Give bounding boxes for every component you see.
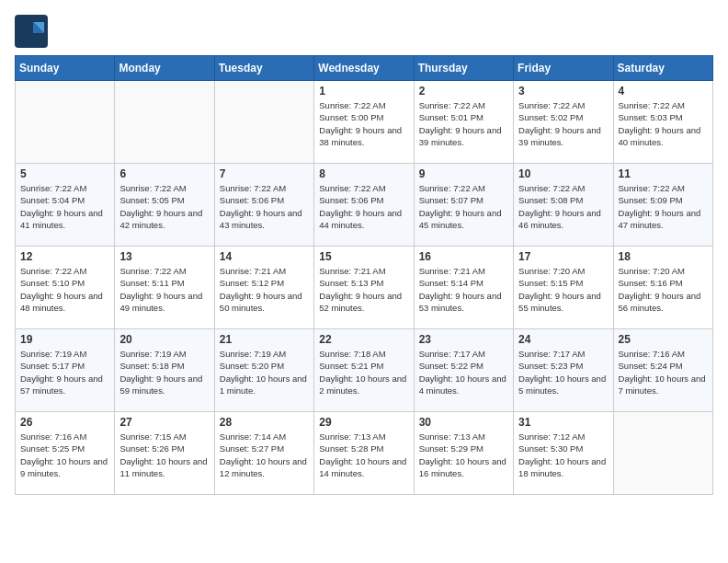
logo: [15, 15, 48, 44]
calendar-cell: 2Sunrise: 7:22 AM Sunset: 5:01 PM Daylig…: [414, 81, 513, 164]
day-number: 14: [220, 250, 309, 263]
calendar-cell: 21Sunrise: 7:19 AM Sunset: 5:20 PM Dayli…: [214, 329, 313, 412]
calendar-cell: 22Sunrise: 7:18 AM Sunset: 5:21 PM Dayli…: [314, 329, 414, 412]
day-info: Sunrise: 7:16 AM Sunset: 5:25 PM Dayligh…: [20, 431, 109, 479]
calendar-header-tuesday: Tuesday: [214, 56, 313, 81]
day-info: Sunrise: 7:22 AM Sunset: 5:07 PM Dayligh…: [419, 182, 508, 231]
day-number: 16: [419, 250, 508, 263]
calendar-header-thursday: Thursday: [414, 56, 513, 81]
calendar-header-wednesday: Wednesday: [314, 56, 414, 81]
day-info: Sunrise: 7:14 AM Sunset: 5:27 PM Dayligh…: [220, 431, 309, 479]
calendar-week-row: 19Sunrise: 7:19 AM Sunset: 5:17 PM Dayli…: [16, 329, 713, 412]
calendar-header-row: SundayMondayTuesdayWednesdayThursdayFrid…: [16, 56, 713, 81]
day-info: Sunrise: 7:12 AM Sunset: 5:30 PM Dayligh…: [518, 431, 608, 479]
calendar-cell: 17Sunrise: 7:20 AM Sunset: 5:15 PM Dayli…: [514, 247, 613, 329]
day-number: 26: [20, 416, 109, 429]
day-info: Sunrise: 7:21 AM Sunset: 5:13 PM Dayligh…: [319, 265, 408, 314]
day-number: 5: [20, 167, 109, 180]
day-number: 11: [619, 167, 708, 180]
calendar-cell: 9Sunrise: 7:22 AM Sunset: 5:07 PM Daylig…: [414, 164, 513, 247]
day-info: Sunrise: 7:22 AM Sunset: 5:01 PM Dayligh…: [419, 99, 508, 148]
day-info: Sunrise: 7:19 AM Sunset: 5:18 PM Dayligh…: [119, 348, 209, 396]
day-number: 28: [220, 416, 309, 429]
day-number: 30: [419, 416, 508, 429]
day-info: Sunrise: 7:21 AM Sunset: 5:12 PM Dayligh…: [220, 265, 309, 314]
day-number: 24: [518, 333, 608, 346]
calendar-cell: 27Sunrise: 7:15 AM Sunset: 5:26 PM Dayli…: [115, 412, 214, 495]
day-info: Sunrise: 7:13 AM Sunset: 5:29 PM Dayligh…: [419, 431, 508, 479]
day-number: 13: [119, 250, 209, 263]
day-number: 7: [220, 167, 309, 180]
day-number: 25: [619, 333, 708, 346]
day-info: Sunrise: 7:22 AM Sunset: 5:05 PM Dayligh…: [119, 182, 209, 231]
day-number: 29: [319, 416, 408, 429]
day-info: Sunrise: 7:13 AM Sunset: 5:28 PM Dayligh…: [319, 431, 408, 479]
calendar-week-row: 5Sunrise: 7:22 AM Sunset: 5:04 PM Daylig…: [16, 164, 713, 247]
calendar-cell: 7Sunrise: 7:22 AM Sunset: 5:06 PM Daylig…: [214, 164, 313, 247]
day-number: 8: [319, 167, 408, 180]
calendar-cell: 24Sunrise: 7:17 AM Sunset: 5:23 PM Dayli…: [514, 329, 613, 412]
calendar-header-monday: Monday: [115, 56, 214, 81]
calendar-cell: 26Sunrise: 7:16 AM Sunset: 5:25 PM Dayli…: [16, 412, 115, 495]
day-info: Sunrise: 7:15 AM Sunset: 5:26 PM Dayligh…: [119, 431, 209, 479]
calendar-header-saturday: Saturday: [613, 56, 712, 81]
calendar-cell: 8Sunrise: 7:22 AM Sunset: 5:06 PM Daylig…: [314, 164, 414, 247]
calendar-cell: [115, 81, 214, 164]
calendar-cell: 19Sunrise: 7:19 AM Sunset: 5:17 PM Dayli…: [16, 329, 115, 412]
day-info: Sunrise: 7:22 AM Sunset: 5:00 PM Dayligh…: [319, 99, 408, 148]
calendar-cell: 10Sunrise: 7:22 AM Sunset: 5:08 PM Dayli…: [514, 164, 613, 247]
day-number: 23: [419, 333, 508, 346]
day-number: 6: [119, 167, 209, 180]
day-info: Sunrise: 7:20 AM Sunset: 5:16 PM Dayligh…: [619, 265, 708, 314]
calendar-cell: 20Sunrise: 7:19 AM Sunset: 5:18 PM Dayli…: [115, 329, 214, 412]
day-number: 9: [419, 167, 508, 180]
calendar-week-row: 26Sunrise: 7:16 AM Sunset: 5:25 PM Dayli…: [16, 412, 713, 495]
calendar-cell: 31Sunrise: 7:12 AM Sunset: 5:30 PM Dayli…: [514, 412, 613, 495]
logo-icon: [15, 15, 44, 44]
calendar-cell: 25Sunrise: 7:16 AM Sunset: 5:24 PM Dayli…: [613, 329, 712, 412]
calendar-header-sunday: Sunday: [16, 56, 115, 81]
calendar-header-friday: Friday: [514, 56, 613, 81]
day-number: 2: [419, 85, 508, 98]
day-info: Sunrise: 7:22 AM Sunset: 5:08 PM Dayligh…: [518, 182, 608, 231]
calendar-cell: 28Sunrise: 7:14 AM Sunset: 5:27 PM Dayli…: [214, 412, 313, 495]
day-info: Sunrise: 7:22 AM Sunset: 5:09 PM Dayligh…: [619, 182, 708, 231]
calendar-cell: [214, 81, 313, 164]
day-number: 19: [20, 333, 109, 346]
day-number: 4: [619, 85, 708, 98]
calendar-cell: 3Sunrise: 7:22 AM Sunset: 5:02 PM Daylig…: [514, 81, 613, 164]
day-info: Sunrise: 7:22 AM Sunset: 5:02 PM Dayligh…: [518, 99, 608, 148]
calendar-week-row: 12Sunrise: 7:22 AM Sunset: 5:10 PM Dayli…: [16, 247, 713, 329]
day-number: 31: [518, 416, 608, 429]
calendar-cell: 4Sunrise: 7:22 AM Sunset: 5:03 PM Daylig…: [613, 81, 712, 164]
calendar-cell: 5Sunrise: 7:22 AM Sunset: 5:04 PM Daylig…: [16, 164, 115, 247]
day-info: Sunrise: 7:22 AM Sunset: 5:11 PM Dayligh…: [119, 265, 209, 314]
day-info: Sunrise: 7:22 AM Sunset: 5:03 PM Dayligh…: [619, 99, 708, 148]
day-number: 17: [518, 250, 608, 263]
day-number: 15: [319, 250, 408, 263]
day-number: 10: [518, 167, 608, 180]
day-info: Sunrise: 7:22 AM Sunset: 5:10 PM Dayligh…: [20, 265, 109, 314]
day-info: Sunrise: 7:22 AM Sunset: 5:04 PM Dayligh…: [20, 182, 109, 231]
calendar-cell: 30Sunrise: 7:13 AM Sunset: 5:29 PM Dayli…: [414, 412, 513, 495]
day-info: Sunrise: 7:22 AM Sunset: 5:06 PM Dayligh…: [319, 182, 408, 231]
calendar-cell: 14Sunrise: 7:21 AM Sunset: 5:12 PM Dayli…: [214, 247, 313, 329]
day-number: 21: [220, 333, 309, 346]
day-number: 1: [319, 85, 408, 98]
calendar-cell: 6Sunrise: 7:22 AM Sunset: 5:05 PM Daylig…: [115, 164, 214, 247]
calendar-cell: 1Sunrise: 7:22 AM Sunset: 5:00 PM Daylig…: [314, 81, 414, 164]
day-info: Sunrise: 7:18 AM Sunset: 5:21 PM Dayligh…: [319, 348, 408, 396]
day-number: 20: [119, 333, 209, 346]
calendar-cell: 18Sunrise: 7:20 AM Sunset: 5:16 PM Dayli…: [613, 247, 712, 329]
day-info: Sunrise: 7:16 AM Sunset: 5:24 PM Dayligh…: [619, 348, 708, 396]
day-number: 22: [319, 333, 408, 346]
calendar-cell: 23Sunrise: 7:17 AM Sunset: 5:22 PM Dayli…: [414, 329, 513, 412]
page-header: [15, 15, 713, 44]
calendar-week-row: 1Sunrise: 7:22 AM Sunset: 5:00 PM Daylig…: [16, 81, 713, 164]
day-info: Sunrise: 7:20 AM Sunset: 5:15 PM Dayligh…: [518, 265, 608, 314]
day-number: 18: [619, 250, 708, 263]
calendar-table: SundayMondayTuesdayWednesdayThursdayFrid…: [15, 55, 713, 495]
day-info: Sunrise: 7:21 AM Sunset: 5:14 PM Dayligh…: [419, 265, 508, 314]
day-number: 3: [518, 85, 608, 98]
calendar-cell: 13Sunrise: 7:22 AM Sunset: 5:11 PM Dayli…: [115, 247, 214, 329]
